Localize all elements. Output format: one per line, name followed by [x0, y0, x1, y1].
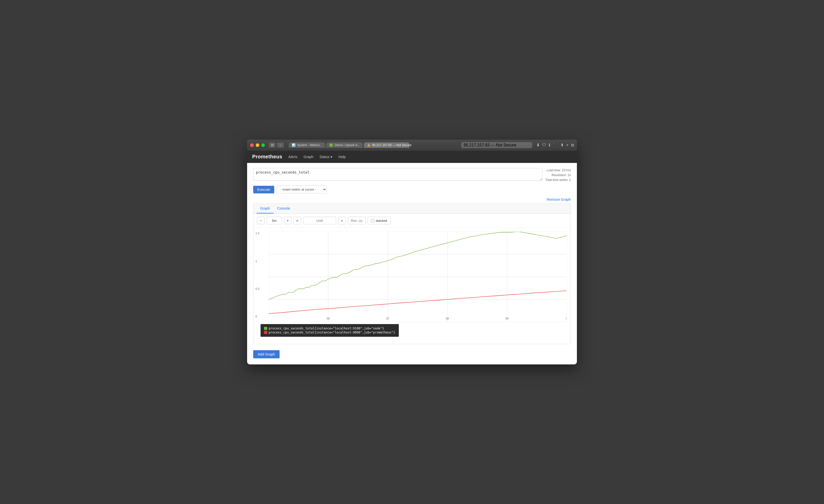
- chart-area: 0 0.5 1 1.5: [253, 228, 571, 324]
- sidebar-toggle-btn[interactable]: ⊞: [269, 142, 276, 148]
- tab-graph[interactable]: Graph: [256, 204, 274, 213]
- nav-alerts[interactable]: Alerts: [289, 154, 298, 160]
- nav-status[interactable]: Status ▾: [319, 154, 332, 160]
- resolution: Resolution: 1s: [545, 173, 571, 178]
- prev-btn[interactable]: «: [294, 217, 301, 224]
- until-input[interactable]: [303, 217, 336, 224]
- series-prometheus: [269, 291, 566, 314]
- stacked-btn[interactable]: stacked: [368, 217, 391, 224]
- navbar: Prometheus Alerts Graph Status ▾ Help: [247, 151, 577, 163]
- browser-window: ⊞ ‹ 📊 System - Metrics... 🟢 Demo | Splun…: [247, 139, 577, 365]
- query-row: process_cpu_seconds_total Load time: 157…: [253, 168, 571, 183]
- next-btn[interactable]: »: [338, 217, 346, 224]
- browser-tabs: 📊 System - Metrics... 🟢 Demo | Splunk 9.…: [289, 142, 454, 148]
- resolution-input[interactable]: [348, 217, 366, 224]
- add-graph-button[interactable]: Add Graph: [253, 350, 280, 358]
- split-view-icon[interactable]: ⧉: [571, 143, 574, 147]
- tab-prometheus[interactable]: 🔒 95.217.157.83 — Not Secure: [364, 142, 409, 148]
- brand-logo: Prometheus: [252, 154, 282, 160]
- sidebar-toggle[interactable]: ⊞ ‹: [269, 142, 284, 148]
- legend-item-prometheus: process_cpu_seconds_total{instance="loca…: [264, 331, 395, 334]
- chart-legend: process_cpu_seconds_total{instance="loca…: [261, 324, 399, 337]
- tab-console[interactable]: Console: [274, 204, 294, 213]
- y-label-15: 1.5: [255, 232, 259, 235]
- tab-favicon-1: 📊: [292, 143, 296, 147]
- main-content: process_cpu_seconds_total Load time: 157…: [247, 163, 577, 365]
- legend-item-node: process_cpu_seconds_total{instance="loca…: [264, 327, 395, 330]
- query-input[interactable]: process_cpu_seconds_total: [253, 168, 542, 181]
- remove-graph-link[interactable]: Remove Graph: [253, 197, 571, 201]
- load-info: Load time: 157ms Resolution: 1s Total ti…: [545, 168, 571, 183]
- tab-label-3: 95.217.157.83 — Not Secure: [372, 143, 411, 147]
- nav-help[interactable]: Help: [338, 154, 346, 160]
- load-time: Load time: 157ms: [545, 168, 571, 173]
- range-input[interactable]: [267, 217, 282, 224]
- info-icon[interactable]: ℹ: [549, 142, 550, 147]
- tab-favicon-2: 🟢: [329, 143, 333, 147]
- extensions-icon[interactable]: ⬛: [553, 142, 558, 147]
- total-series: Total time series: 2: [545, 178, 571, 183]
- legend-color-node: [264, 327, 267, 330]
- legend-label-prometheus: process_cpu_seconds_total{instance="loca…: [269, 331, 395, 334]
- shield-icon[interactable]: 🛡: [542, 143, 546, 147]
- btn-row: Execute - insert metric at cursor -: [253, 186, 571, 193]
- nav-graph[interactable]: Graph: [303, 154, 313, 160]
- svg-text:0: 0: [566, 317, 566, 320]
- y-label-1: 1: [255, 260, 259, 263]
- legend-color-prometheus: [264, 331, 267, 334]
- titlebar: ⊞ ‹ 📊 System - Metrics... 🟢 Demo | Splun…: [247, 139, 577, 151]
- download-icon[interactable]: ⬇: [536, 142, 540, 147]
- address-text: 95.217.157.83 — Not Secure: [464, 143, 516, 147]
- titlebar-actions: ⬇ 🛡 ℹ ⬛ ⬆ + ⧉: [536, 142, 574, 147]
- svg-text:58: 58: [446, 317, 449, 320]
- address-bar[interactable]: 95.217.157.83 — Not Secure: [461, 142, 532, 148]
- y-axis-labels: 0 0.5 1 1.5: [255, 232, 259, 318]
- execute-button[interactable]: Execute: [253, 186, 274, 193]
- legend-label-node: process_cpu_seconds_total{instance="loca…: [269, 327, 384, 330]
- chart-svg: 56 57 58 59 0: [269, 232, 566, 322]
- y-label-05: 0.5: [255, 287, 259, 290]
- series-node: [269, 232, 566, 299]
- svg-text:56: 56: [327, 317, 330, 320]
- y-label-0: 0: [255, 315, 259, 318]
- chevron-down-icon: ▾: [330, 155, 332, 159]
- controls-row: − + « » stacked: [253, 214, 571, 228]
- svg-text:57: 57: [386, 317, 389, 320]
- zoom-out-btn[interactable]: −: [257, 217, 265, 224]
- tab-label-1: System - Metrics...: [297, 143, 322, 147]
- graph-tabs: Graph Console: [253, 204, 571, 214]
- stacked-label: stacked: [376, 219, 387, 222]
- maximize-button[interactable]: [261, 143, 265, 147]
- tab-favicon-3: 🔒: [367, 143, 371, 147]
- close-button[interactable]: [250, 143, 254, 147]
- new-tab-icon[interactable]: +: [566, 143, 569, 147]
- legend-container: process_cpu_seconds_total{instance="loca…: [253, 324, 571, 344]
- tab-label-2: Demo | Splunk 9...: [335, 143, 360, 147]
- tab-system-metrics[interactable]: 📊 System - Metrics...: [289, 142, 325, 148]
- back-btn[interactable]: ‹: [277, 142, 284, 148]
- minimize-button[interactable]: [256, 143, 259, 147]
- stacked-checkbox: [371, 219, 374, 222]
- zoom-in-btn[interactable]: +: [284, 217, 292, 224]
- tab-splunk[interactable]: 🟢 Demo | Splunk 9...: [326, 142, 363, 148]
- svg-text:59: 59: [505, 317, 508, 320]
- traffic-lights: [250, 143, 265, 147]
- graph-panel: Graph Console − + « » stacked 0: [253, 204, 571, 344]
- share-icon[interactable]: ⬆: [560, 142, 564, 147]
- insert-metric-select[interactable]: - insert metric at cursor -: [277, 186, 327, 193]
